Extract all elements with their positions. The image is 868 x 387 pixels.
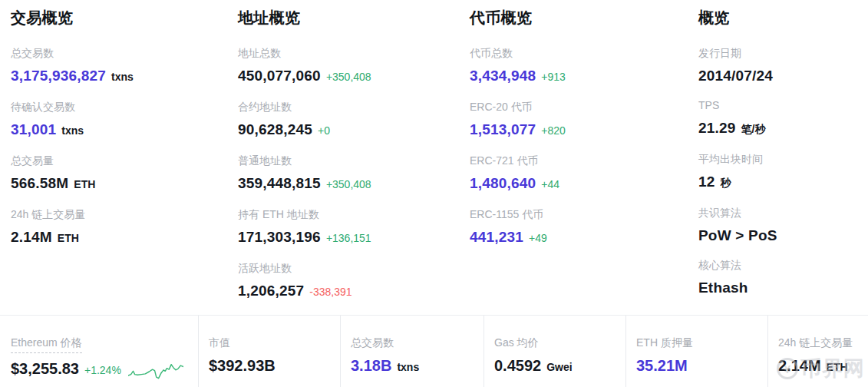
stat-value-row: 90,628,245+0 <box>238 119 470 141</box>
stat-value: 2014/07/24 <box>698 65 773 86</box>
ticker-label[interactable]: Ethereum 价格 <box>11 336 82 353</box>
stat-block: 合约地址数90,628,245+0 <box>238 99 470 141</box>
ticker-value: $392.93B <box>209 357 276 375</box>
ticker-label: ETH 质押量 <box>636 336 693 350</box>
stat-value: PoW > PoS <box>698 225 777 246</box>
stats-columns: 交易概览总交易数3,175,936,827txns待确认交易数31,001txn… <box>0 0 868 314</box>
stat-value: 31,001 <box>11 119 56 140</box>
ticker-unit: Gwei <box>546 361 572 373</box>
stat-block: 24h 链上交易量2.14METH <box>11 207 238 249</box>
ticker-value: 0.4592 <box>494 357 541 375</box>
stat-label: TPS <box>698 98 868 113</box>
stat-value: 21.29 <box>698 117 736 138</box>
stat-value: 1,480,640 <box>470 173 536 194</box>
stat-block: ERC-1155 代币441,231+49 <box>470 207 698 249</box>
stat-value: 441,231 <box>470 227 523 247</box>
price-ticker-bar: Ethereum 价格$3,255.83+1.24%市值$392.93B总交易数… <box>0 315 868 387</box>
ticker-label: 24h 链上交易量 <box>778 336 853 350</box>
stat-value-row: 1,480,640+44 <box>470 173 698 195</box>
stat-value: 12 <box>698 171 715 192</box>
stat-delta: +44 <box>541 174 559 195</box>
stat-delta: +913 <box>541 67 566 88</box>
stat-unit: 笔/秒 <box>741 119 766 140</box>
stat-label: 合约地址数 <box>238 99 470 114</box>
stats-column-2: 地址概览地址总数450,077,060+350,408合约地址数90,628,2… <box>238 6 470 314</box>
stat-value: 2.14M <box>11 227 52 247</box>
stat-label: 总交易数 <box>11 45 238 61</box>
stat-label: ERC-20 代币 <box>470 99 698 114</box>
ticker-value-row: 3.18Btxns <box>351 357 484 375</box>
stat-value: 171,303,196 <box>238 227 321 247</box>
stat-unit: txns <box>111 67 134 88</box>
stat-value: 566.58M <box>11 173 68 194</box>
stats-column-3: 代币概览代币总数3,434,948+913ERC-20 代币1,513,077+… <box>470 6 698 314</box>
ethereum-stats-dashboard: 交易概览总交易数3,175,936,827txns待确认交易数31,001txn… <box>0 0 868 387</box>
stat-value-row: PoW > PoS <box>698 225 868 246</box>
ticker-label: Gas 均价 <box>494 336 539 350</box>
stat-block: 平均出块时间12秒 <box>698 151 868 194</box>
stat-block: 待确认交易数31,001txns <box>11 99 238 141</box>
stat-delta: +820 <box>541 121 566 141</box>
stat-value: 1,206,257 <box>238 280 304 301</box>
stat-label: 待确认交易数 <box>11 99 238 114</box>
stat-value-row: 3,434,948+913 <box>470 65 698 88</box>
stat-block: 核心算法Ethash <box>698 257 868 298</box>
stat-value-row: Ethash <box>698 277 868 298</box>
ticker-item-2: 市值$392.93B <box>198 316 340 387</box>
column-title: 代币概览 <box>470 8 698 28</box>
column-title: 概览 <box>698 8 868 28</box>
stat-block: 总交易数3,175,936,827txns <box>11 45 238 88</box>
stat-value-row: 2.14METH <box>11 227 238 249</box>
ticker-item-6: 24h 链上交易量2.14METH <box>767 316 868 387</box>
stat-block: ERC-20 代币1,513,077+820 <box>470 99 698 141</box>
stat-label: 活跃地址数 <box>238 260 470 276</box>
ticker-label: 总交易数 <box>351 336 394 350</box>
stat-value-row: 566.58METH <box>11 173 238 195</box>
stat-label: 总交易量 <box>11 153 238 168</box>
stat-value: 1,513,077 <box>470 119 536 140</box>
ticker-value-row: 2.14METH <box>778 357 868 375</box>
stat-label: 核心算法 <box>698 257 868 273</box>
ticker-item-3: 总交易数3.18Btxns <box>340 316 484 387</box>
stat-value: 3,434,948 <box>470 65 536 86</box>
stat-value-row: 441,231+49 <box>470 227 698 249</box>
ticker-value-row: 35.21M <box>636 357 767 375</box>
stat-block: 持有 ETH 地址数171,303,196+136,151 <box>238 207 470 249</box>
ticker-value-row: $3,255.83+1.24% <box>11 360 198 383</box>
ticker-value: $3,255.83 <box>11 360 79 378</box>
stat-value: 90,628,245 <box>238 119 312 140</box>
ticker-value-row: 0.4592Gwei <box>494 357 625 375</box>
eth-price-sparkline <box>128 360 183 383</box>
stat-delta: -338,391 <box>309 282 351 303</box>
ticker-delta: +1.24% <box>84 364 121 376</box>
stat-value-row: 3,175,936,827txns <box>11 65 238 88</box>
stat-block: 总交易量566.58METH <box>11 153 238 195</box>
stat-block: 活跃地址数1,206,257-338,391 <box>238 260 470 303</box>
ticker-value: 35.21M <box>636 357 688 375</box>
stat-delta: +136,151 <box>326 228 371 249</box>
stat-value: 3,175,936,827 <box>11 65 106 86</box>
column-title: 交易概览 <box>11 8 238 28</box>
stat-block: 发行日期2014/07/24 <box>698 45 868 86</box>
stat-unit: ETH <box>58 228 79 249</box>
stat-block: 代币总数3,434,948+913 <box>470 45 698 88</box>
stat-block: 地址总数450,077,060+350,408 <box>238 45 470 88</box>
stat-delta: +350,408 <box>326 67 371 88</box>
stat-block: TPS21.29笔/秒 <box>698 98 868 140</box>
ticker-value: 2.14M <box>778 357 821 375</box>
stat-label: 持有 ETH 地址数 <box>238 207 470 222</box>
stat-label: ERC-1155 代币 <box>470 207 698 222</box>
stat-label: 代币总数 <box>470 45 698 61</box>
stat-value-row: 2014/07/24 <box>698 65 868 86</box>
stat-value-row: 450,077,060+350,408 <box>238 65 470 88</box>
ticker-label: 市值 <box>209 336 230 350</box>
stat-label: 共识算法 <box>698 205 868 220</box>
column-title: 地址概览 <box>238 8 470 28</box>
stat-value: Ethash <box>698 277 748 298</box>
stat-label: ERC-721 代币 <box>470 153 698 168</box>
stat-value-row: 21.29笔/秒 <box>698 117 868 140</box>
stat-value-row: 12秒 <box>698 171 868 194</box>
stat-block: 普通地址数359,448,815+350,408 <box>238 153 470 195</box>
ticker-unit: txns <box>397 361 419 373</box>
stats-column-1: 交易概览总交易数3,175,936,827txns待确认交易数31,001txn… <box>11 6 238 314</box>
